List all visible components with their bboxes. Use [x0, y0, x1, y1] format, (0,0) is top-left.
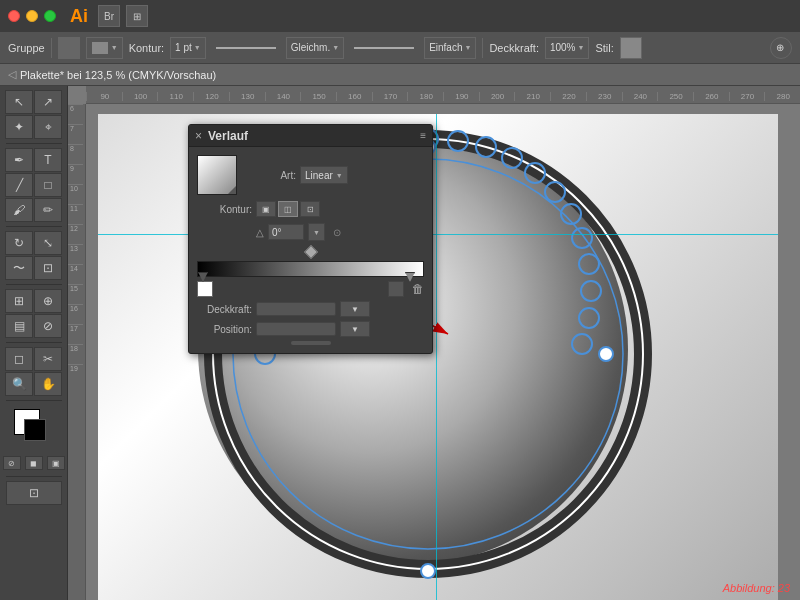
ruler-mark: 120 — [193, 92, 229, 101]
ruler-v-mark: 14 — [68, 264, 83, 284]
ruler-mark: 230 — [586, 92, 622, 101]
symbol-tool[interactable]: ⊕ — [34, 289, 62, 313]
angle-dropdown[interactable]: ▼ — [308, 223, 325, 241]
view-toggle-icon[interactable]: ⊞ — [126, 5, 148, 27]
scroll-left-icon[interactable]: ◁ — [8, 68, 16, 81]
ruler-mark: 210 — [514, 92, 550, 101]
kontur-icons: ▣ ◫ ⊡ — [256, 201, 320, 217]
rotate-tool[interactable]: ↻ — [5, 231, 33, 255]
magic-wand-tool[interactable]: ✦ — [5, 115, 33, 139]
scissors-tool[interactable]: ✂ — [34, 347, 62, 371]
column-graph-tool[interactable]: ▤ — [5, 314, 33, 338]
line-style1-dropdown[interactable]: Gleichm. ▼ — [286, 37, 344, 59]
shape-tool[interactable]: □ — [34, 173, 62, 197]
line-tool[interactable]: ╱ — [5, 173, 33, 197]
svg-point-13 — [572, 334, 592, 354]
ruler-v-mark: 18 — [68, 344, 83, 364]
direct-select-tool[interactable]: ↗ — [34, 90, 62, 114]
document-titlebar: ◁ Plakette* bei 123,5 % (CMYK/Vorschau) — [0, 64, 800, 86]
panel-kontur-row: Kontur: ▣ ◫ ⊡ — [197, 201, 424, 217]
color-selector[interactable] — [14, 409, 54, 449]
gradient-icon[interactable]: ▣ — [47, 456, 65, 470]
ruler-v-mark: 7 — [68, 124, 83, 144]
panel-title: Verlauf — [208, 129, 420, 143]
line-style2-dropdown[interactable]: Einfach ▼ — [424, 37, 476, 59]
ruler-mark: 270 — [729, 92, 765, 101]
close-button[interactable] — [8, 10, 20, 22]
slice-tool[interactable]: ⊘ — [34, 314, 62, 338]
bridge-icon[interactable]: Br — [98, 5, 120, 27]
stroke-weight-dropdown[interactable]: 1 pt ▼ — [170, 37, 206, 59]
type-tool[interactable]: T — [34, 148, 62, 172]
deckkraft-row: Deckkraft: ▼ — [197, 301, 424, 317]
ruler-mark: 100 — [122, 92, 158, 101]
position-dropdown[interactable]: ▼ — [340, 321, 370, 337]
fill-color-box[interactable] — [58, 37, 80, 59]
canvas-content: 6 7 8 9 10 11 12 13 14 15 16 17 18 19 — [68, 104, 800, 600]
color-icon[interactable]: ◼ — [25, 456, 43, 470]
graph-tool[interactable]: ⊞ — [5, 289, 33, 313]
delete-stop-button[interactable]: 🗑 — [412, 282, 424, 296]
document-title: Plakette* bei 123,5 % (CMYK/Vorschau) — [20, 69, 216, 81]
ruler-mark: 190 — [443, 92, 479, 101]
maximize-button[interactable] — [44, 10, 56, 22]
gradient-diamond[interactable] — [303, 245, 317, 259]
angle-input[interactable]: 0° — [268, 224, 304, 240]
scale-tool[interactable]: ⤡ — [34, 231, 62, 255]
stroke-color-dropdown[interactable]: ▼ — [86, 37, 123, 59]
tool-separator-5 — [6, 400, 62, 401]
mode-icons: ⊘ ◼ ▣ — [3, 456, 65, 470]
figure-caption: Abbildung: 23 — [723, 582, 790, 594]
panel-angle-row: △ 0° ▼ ⊙ — [197, 223, 424, 241]
position-slider[interactable] — [256, 322, 336, 336]
minimize-button[interactable] — [26, 10, 38, 22]
kontur-icon-2[interactable]: ◫ — [278, 201, 298, 217]
extra-tool[interactable]: ⊕ — [770, 37, 792, 59]
deckkraft-slider[interactable] — [256, 302, 336, 316]
deckkraft-dropdown[interactable]: ▼ — [340, 301, 370, 317]
hand-tool[interactable]: ✋ — [34, 372, 62, 396]
free-transform-tool[interactable]: ⊡ — [34, 256, 62, 280]
none-icon[interactable]: ⊘ — [3, 456, 21, 470]
panel-close-button[interactable]: × — [195, 129, 202, 143]
panel-menu-button[interactable]: ≡ — [420, 130, 426, 141]
kontur-icon-1[interactable]: ▣ — [256, 201, 276, 217]
tool-separator-3 — [6, 284, 62, 285]
tool-row-8: ⊞ ⊕ — [5, 289, 62, 313]
gradient-panel: × Verlauf ≡ Art: Linear ▼ — [188, 124, 433, 354]
color-stop-white[interactable] — [197, 281, 213, 297]
tool-row-9: ▤ ⊘ — [5, 314, 62, 338]
scrollbar-thumb — [291, 341, 331, 345]
gradient-point-row — [197, 247, 424, 257]
paint-brush-tool[interactable]: 🖌 — [5, 198, 33, 222]
pencil-tool[interactable]: ✏ — [34, 198, 62, 222]
gradient-slider-bar[interactable] — [197, 261, 424, 277]
kontur-icon-3[interactable]: ⊡ — [300, 201, 320, 217]
deckkraft-dropdown[interactable]: 100% ▼ — [545, 37, 590, 59]
ruler-mark: 90 — [86, 92, 122, 101]
art-dropdown[interactable]: Linear ▼ — [300, 166, 348, 184]
select-tool[interactable]: ↖ — [5, 90, 33, 114]
gradient-preview[interactable] — [197, 155, 237, 195]
chevron-down-icon: ▼ — [464, 44, 471, 51]
stil-label: Stil: — [595, 42, 613, 54]
circle-icon[interactable]: ⊙ — [333, 227, 341, 238]
ruler-v-mark: 9 — [68, 164, 83, 184]
stroke-color-square[interactable] — [24, 419, 46, 441]
chevron-down-icon: ▼ — [313, 229, 320, 236]
stil-box[interactable] — [620, 37, 642, 59]
warp-tool[interactable]: 〜 — [5, 256, 33, 280]
chevron-down-icon: ▼ — [578, 44, 585, 51]
ruler-mark: 220 — [550, 92, 586, 101]
lasso-tool[interactable]: ⌖ — [34, 115, 62, 139]
eraser-tool[interactable]: ◻ — [5, 347, 33, 371]
gradient-slider-container — [197, 261, 424, 277]
line-preview-1 — [216, 47, 276, 49]
ruler-mark: 130 — [229, 92, 265, 101]
color-stop-dark[interactable] — [388, 281, 404, 297]
pen-tool[interactable]: ✒ — [5, 148, 33, 172]
zoom-tool[interactable]: 🔍 — [5, 372, 33, 396]
position-row: Position: ▼ — [197, 321, 424, 337]
screen-mode-btn[interactable]: ⊡ — [6, 481, 62, 505]
ruler-mark: 240 — [622, 92, 658, 101]
